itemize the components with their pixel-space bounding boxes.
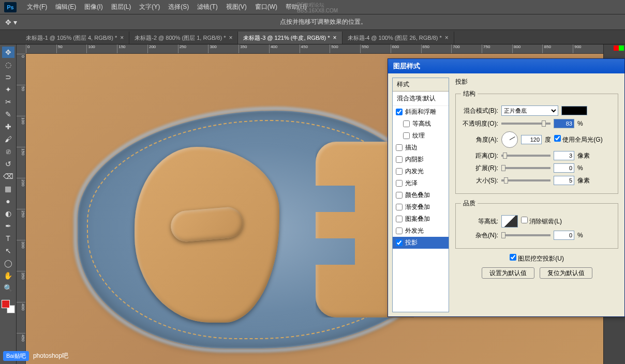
style-color-overlay[interactable]: 颜色叠加 — [393, 189, 449, 201]
structure-fieldset: 结构 混合模式(B): 正片叠底 不透明度(O): % 角度(A): 度 — [455, 89, 618, 194]
style-gradient-overlay[interactable]: 渐变叠加 — [393, 201, 449, 213]
move-tool-icon[interactable]: ✥ ▾ — [5, 18, 17, 26]
style-checkbox[interactable] — [403, 132, 410, 139]
eraser-tool[interactable]: ⌫ — [2, 171, 14, 182]
wand-tool[interactable]: ✦ — [2, 84, 14, 95]
tieba-logo: Bai贴吧 — [3, 351, 29, 361]
close-icon[interactable]: × — [333, 34, 337, 41]
style-checkbox[interactable] — [396, 228, 403, 234]
style-stroke[interactable]: 描边 — [393, 142, 449, 154]
document-tab[interactable]: 未标题-3 @ 121% (牛皮, RGB/8) *× — [238, 32, 342, 44]
size-slider[interactable] — [501, 179, 550, 181]
style-checkbox[interactable] — [396, 144, 403, 151]
angle-dial[interactable] — [501, 131, 518, 148]
style-drop-shadow[interactable]: 投影 — [393, 237, 449, 249]
angle-input[interactable] — [521, 135, 542, 144]
spread-input[interactable] — [554, 163, 574, 173]
style-checkbox[interactable] — [396, 180, 403, 187]
set-default-button[interactable]: 设置为默认值 — [482, 267, 534, 279]
style-checkbox[interactable] — [396, 156, 403, 163]
type-tool[interactable]: T — [2, 233, 14, 244]
tab-bar: 未标题-1 @ 105% (图层 4, RGB/8) *× 未标题-2 @ 80… — [0, 30, 625, 44]
hand-tool[interactable]: ✋ — [2, 270, 14, 281]
blend-options[interactable]: 混合选项:默认 — [393, 92, 449, 106]
style-contour[interactable]: 等高线 — [393, 118, 449, 130]
stamp-tool[interactable]: ⎚ — [2, 146, 14, 157]
color-swatches[interactable] — [2, 300, 15, 313]
style-checkbox[interactable] — [396, 216, 403, 222]
blend-mode-select[interactable]: 正片叠底 — [501, 105, 558, 116]
style-inner-shadow[interactable]: 内阴影 — [393, 154, 449, 165]
color-chip[interactable] — [619, 46, 624, 51]
document-tab[interactable]: 未标题-1 @ 105% (图层 4, RGB/8) *× — [21, 32, 129, 44]
ruler-corner — [17, 44, 26, 54]
document-tab[interactable]: 未标题-2 @ 800% (图层 1, RGB/8) *× — [129, 32, 238, 44]
style-pattern-overlay[interactable]: 图案叠加 — [393, 213, 449, 225]
style-texture[interactable]: 纹理 — [393, 130, 449, 142]
dodge-tool[interactable]: ◐ — [2, 208, 14, 219]
menu-image[interactable]: 图像(I) — [80, 3, 107, 11]
structure-legend: 结构 — [461, 89, 478, 98]
eyedropper-tool[interactable]: ✎ — [2, 109, 14, 120]
ruler-horizontal: 0501001502002503003504004505005506006507… — [26, 44, 603, 54]
move-tool[interactable]: ✥ — [2, 47, 14, 58]
style-checkbox[interactable] — [396, 168, 403, 175]
distance-slider[interactable] — [501, 155, 550, 157]
lasso-tool[interactable]: ⊃ — [2, 71, 14, 83]
contour-picker[interactable] — [501, 215, 518, 228]
layer-style-dialog[interactable]: 图层样式 样式 混合选项:默认 斜面和浮雕 等高线 纹理 描边 内阴影 内发光 … — [388, 58, 625, 317]
opacity-input[interactable] — [554, 119, 574, 128]
style-checkbox[interactable] — [396, 239, 403, 246]
menu-filter[interactable]: 滤镜(T) — [193, 3, 221, 11]
close-icon[interactable]: × — [120, 34, 124, 41]
noise-slider[interactable] — [501, 234, 550, 236]
options-bar: ✥ ▾ 点按并拖移可调整效果的位置。 — [0, 14, 625, 30]
menu-select[interactable]: 选择(S) — [164, 3, 193, 11]
spread-slider[interactable] — [501, 167, 550, 169]
shadow-color[interactable] — [561, 106, 587, 115]
menu-view[interactable]: 视图(V) — [222, 3, 251, 11]
noise-input[interactable] — [554, 231, 574, 240]
dialog-titlebar[interactable]: 图层样式 — [388, 59, 624, 73]
knockout-check[interactable]: 图层挖空投影(U) — [510, 254, 564, 263]
blur-tool[interactable]: ● — [2, 195, 14, 207]
shape-tool[interactable]: ◯ — [2, 257, 14, 269]
style-bevel[interactable]: 斜面和浮雕 — [393, 106, 449, 118]
brush-tool[interactable]: 🖌 — [2, 133, 14, 145]
antialias-check[interactable]: 消除锯齿(L) — [521, 217, 562, 226]
document-tab[interactable]: 未标题-4 @ 100% (图层 26, RGB/8) *× — [343, 32, 454, 44]
color-chip[interactable] — [614, 46, 619, 51]
menu-type[interactable]: 文字(Y) — [135, 3, 164, 11]
style-list-header[interactable]: 样式 — [393, 78, 449, 92]
style-outer-glow[interactable]: 外发光 — [393, 225, 449, 237]
menubar: Ps 文件(F) 编辑(E) 图像(I) 图层(L) 文字(Y) 选择(S) 滤… — [0, 0, 625, 14]
menu-edit[interactable]: 编辑(E) — [51, 3, 80, 11]
style-satin[interactable]: 光泽 — [393, 177, 449, 189]
style-checkbox[interactable] — [396, 192, 403, 199]
history-brush-tool[interactable]: ↺ — [2, 158, 14, 170]
foreground-color[interactable] — [2, 300, 10, 308]
style-inner-glow[interactable]: 内发光 — [393, 165, 449, 177]
menu-layer[interactable]: 图层(L) — [107, 3, 136, 11]
style-checkbox[interactable] — [396, 109, 403, 115]
close-icon[interactable]: × — [229, 34, 232, 41]
distance-input[interactable] — [554, 151, 574, 160]
zoom-tool[interactable]: 🔍 — [2, 282, 14, 294]
close-icon[interactable]: × — [445, 34, 449, 41]
pen-tool[interactable]: ✒ — [2, 220, 14, 232]
reset-default-button[interactable]: 复位为默认值 — [540, 267, 592, 279]
marquee-tool[interactable]: ◌ — [2, 59, 14, 70]
crop-tool[interactable]: ✂ — [2, 96, 14, 108]
size-input[interactable] — [554, 176, 574, 185]
style-checkbox[interactable] — [396, 204, 403, 210]
panel-title: 投影 — [455, 78, 618, 86]
menu-window[interactable]: 窗口(W) — [251, 3, 281, 11]
style-list: 样式 混合选项:默认 斜面和浮雕 等高线 纹理 描边 内阴影 内发光 光泽 颜色… — [392, 78, 449, 312]
gradient-tool[interactable]: ▦ — [2, 183, 14, 194]
global-light-check[interactable]: 使用全局光(G) — [554, 135, 603, 144]
heal-tool[interactable]: ✚ — [2, 121, 14, 132]
style-checkbox[interactable] — [403, 120, 410, 127]
path-tool[interactable]: ↖ — [2, 245, 14, 256]
opacity-slider[interactable] — [501, 123, 550, 125]
menu-file[interactable]: 文件(F) — [23, 3, 51, 11]
